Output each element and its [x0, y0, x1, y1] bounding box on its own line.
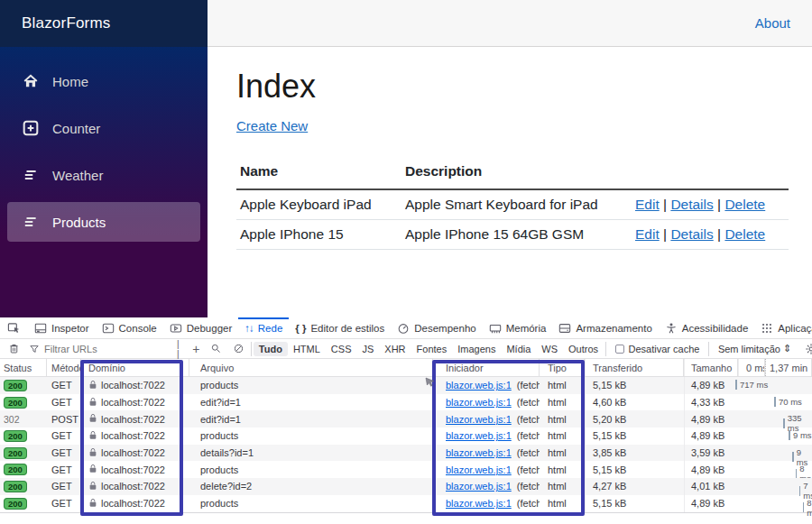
tab-debugger[interactable]: Debugger	[163, 317, 239, 338]
waterfall-timing: 8 ms	[803, 498, 812, 518]
initiator-link[interactable]: blazor.web.js:1	[446, 430, 512, 441]
type-filter-button[interactable]: Fontes	[411, 342, 453, 356]
sidebar-item-home[interactable]: Home	[7, 61, 200, 101]
block-icon[interactable]	[228, 343, 249, 354]
create-new-link[interactable]: Create New	[236, 118, 308, 133]
type-filter-button[interactable]: Imagens	[452, 342, 501, 356]
inspector-icon	[34, 322, 47, 335]
sidebar-item-label: Products	[52, 215, 106, 230]
products-table: Name Description Apple Keyboard iPad App…	[236, 158, 789, 250]
column-status[interactable]: Status	[0, 359, 47, 376]
pick-element-icon[interactable]	[0, 317, 28, 338]
initiator-link[interactable]: blazor.web.js:1	[446, 481, 512, 492]
checkbox-icon[interactable]	[615, 345, 624, 354]
tab-armazenamento[interactable]: Armazenamento	[552, 317, 658, 338]
add-request-icon[interactable]: +	[188, 342, 204, 356]
request-size: 4,89 kB	[684, 461, 738, 478]
status-badge: 200	[4, 447, 27, 459]
initiator-link[interactable]: blazor.web.js:1	[446, 380, 512, 391]
initiator-link[interactable]: blazor.web.js:1	[446, 397, 512, 408]
storage-icon	[558, 322, 571, 335]
type-filter-button[interactable]: Outros	[563, 342, 604, 356]
column-type[interactable]: Tipo	[540, 359, 585, 376]
edit-link[interactable]: Edit	[635, 226, 660, 242]
network-request-row[interactable]: 200 GET localhost:7022 details?id=1 blaz…	[0, 445, 812, 462]
network-request-row[interactable]: 200 GET localhost:7022 products blazor.w…	[0, 377, 812, 394]
table-row: Apple IPhone 15 Apple IPhone 15 64GB GSM…	[236, 220, 789, 250]
tab-editor-de-estilos[interactable]: { } Editor de estilos	[289, 317, 391, 338]
network-request-row[interactable]: 200 GET localhost:7022 delete?id=2 blazo…	[0, 478, 812, 495]
performance-icon	[397, 322, 410, 335]
devtools-tab-bar: Inspetor Console Debugger ↑↓ Rede { } Ed…	[0, 317, 812, 339]
tab-aplicacao[interactable]: Aplicação	[754, 317, 812, 338]
delete-link[interactable]: Delete	[724, 226, 765, 242]
about-link[interactable]: About	[755, 15, 790, 31]
settings-icon[interactable]	[800, 343, 812, 355]
tab-memoria[interactable]: Memória	[483, 317, 553, 338]
request-file: products	[189, 498, 433, 509]
request-size: 4,01 kB	[684, 478, 738, 495]
lock-icon	[88, 447, 97, 459]
type-filter-button[interactable]: HTML	[288, 342, 326, 356]
throttling-dropdown[interactable]: Sem limitação ⇕	[711, 343, 798, 354]
sidebar-item-counter[interactable]: Counter	[7, 108, 200, 148]
devtools-panel: Inspetor Console Debugger ↑↓ Rede { } Ed…	[0, 317, 812, 524]
sidebar-item-weather[interactable]: Weather	[7, 155, 200, 195]
sidebar-item-products[interactable]: Products	[7, 202, 200, 242]
column-transferred[interactable]: Transferido	[585, 359, 684, 376]
column-time-start[interactable]: 0 ms	[738, 359, 765, 376]
type-filter-button[interactable]: Mídia	[501, 342, 536, 356]
request-size: 3,59 kB	[684, 445, 738, 462]
column-initiator[interactable]: Iniciador	[433, 359, 540, 376]
request-file: products	[189, 380, 433, 391]
tab-desempenho[interactable]: Desempenho	[391, 317, 482, 338]
request-type: html	[540, 380, 585, 391]
product-name: Apple IPhone 15	[236, 220, 401, 250]
request-size: 4,89 kB	[684, 495, 738, 512]
memory-icon	[489, 322, 502, 335]
lock-icon	[88, 498, 97, 510]
pause-icon[interactable]: | |	[172, 339, 186, 359]
filter-urls-input[interactable]	[44, 344, 172, 354]
type-filter-button[interactable]: JS	[356, 342, 379, 356]
tab-acessibilidade[interactable]: Acessibilidade	[659, 317, 755, 338]
details-link[interactable]: Details	[670, 226, 713, 242]
delete-link[interactable]: Delete	[724, 197, 765, 212]
initiator-link[interactable]: blazor.web.js:1	[446, 414, 512, 425]
request-method: GET	[47, 464, 81, 475]
request-transferred: 5,15 kB	[585, 495, 684, 512]
tab-console[interactable]: Console	[96, 317, 163, 338]
initiator-link[interactable]: blazor.web.js:1	[446, 498, 512, 509]
disable-cache-toggle[interactable]: Desativar cache	[608, 344, 707, 354]
edit-link[interactable]: Edit	[635, 197, 660, 212]
tab-inspetor[interactable]: Inspetor	[28, 317, 96, 338]
column-time-end[interactable]: 1,37 min	[765, 359, 812, 376]
type-filter-button[interactable]: XHR	[379, 342, 411, 356]
type-filter-button[interactable]: Tudo	[254, 342, 288, 356]
initiator-link[interactable]: blazor.web.js:1	[446, 447, 512, 458]
network-request-row[interactable]: 200 GET localhost:7022 products blazor.w…	[0, 495, 812, 512]
column-method[interactable]: Método	[47, 359, 81, 376]
request-size: 4,89 kB	[684, 410, 738, 427]
app-title: BlazorForms	[22, 14, 111, 32]
clear-requests-icon[interactable]	[4, 343, 24, 354]
request-file: delete?id=2	[189, 481, 433, 492]
type-filter-button[interactable]: WS	[536, 342, 563, 356]
network-request-row[interactable]: 302 POST localhost:7022 edit?id=1 blazor…	[0, 410, 812, 427]
tab-rede[interactable]: ↑↓ Rede	[238, 317, 289, 338]
network-request-row[interactable]: 200 GET localhost:7022 edit?id=1 blazor.…	[0, 394, 812, 411]
request-type: html	[540, 414, 585, 425]
column-domain[interactable]: Domínio	[81, 359, 189, 376]
network-request-row[interactable]: 200 GET localhost:7022 products blazor.w…	[0, 427, 812, 445]
network-request-row[interactable]: 200 GET localhost:7022 products blazor.w…	[0, 461, 812, 478]
search-icon[interactable]	[206, 343, 226, 354]
request-domain: localhost:7022	[101, 430, 165, 441]
app-window: BlazorForms About Home Counter Weather	[0, 0, 812, 524]
initiator-cause: (fetch)	[517, 447, 540, 458]
column-size[interactable]: Tamanho	[684, 359, 738, 376]
request-method: GET	[47, 481, 81, 492]
column-file[interactable]: Arquivo	[189, 359, 433, 376]
details-link[interactable]: Details	[670, 197, 713, 212]
type-filter-button[interactable]: CSS	[326, 342, 357, 356]
initiator-link[interactable]: blazor.web.js:1	[446, 464, 512, 475]
